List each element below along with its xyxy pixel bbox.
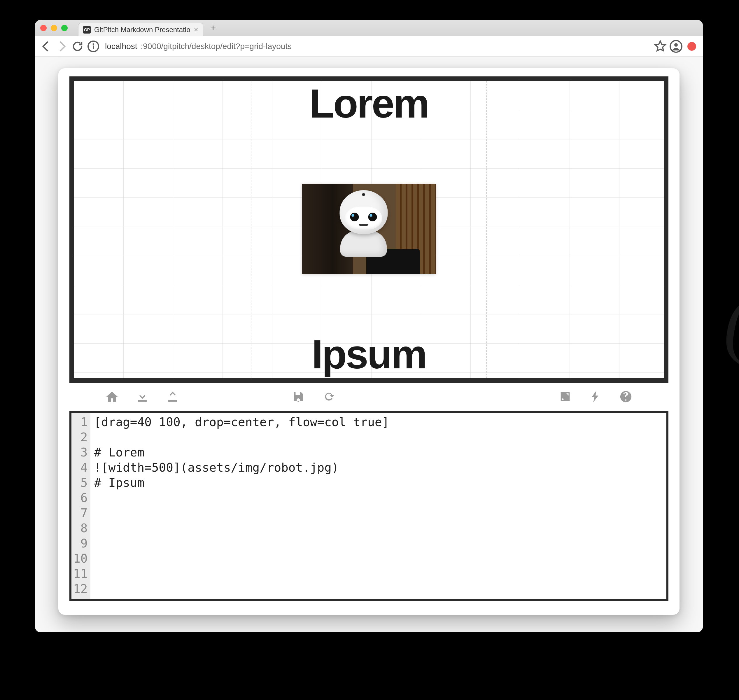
refresh-icon[interactable] (321, 389, 336, 404)
download-icon[interactable] (135, 389, 150, 404)
close-tab-icon[interactable]: × (194, 25, 198, 34)
browser-window: GP GitPitch Markdown Presentatio × + loc… (35, 20, 703, 632)
slide-preview[interactable]: Lorem (69, 76, 668, 383)
titlebar: GP GitPitch Markdown Presentatio × + (35, 20, 703, 36)
editor-gutter: 123456789101112 (72, 413, 90, 599)
tab-title: GitPitch Markdown Presentatio (94, 26, 190, 34)
profile-avatar-icon[interactable] (669, 40, 683, 53)
upload-icon[interactable] (165, 389, 180, 404)
slide-heading-bottom: Ipsum (312, 334, 426, 375)
url-host: localhost (105, 42, 137, 51)
help-icon[interactable] (618, 389, 633, 404)
browser-tab[interactable]: GP GitPitch Markdown Presentatio × (78, 23, 203, 36)
extension-red-dot[interactable] (685, 40, 699, 53)
bolt-icon[interactable] (588, 389, 603, 404)
back-button[interactable] (39, 40, 53, 53)
forward-button[interactable] (55, 40, 69, 53)
maximize-window-button[interactable] (61, 25, 68, 31)
tab-favicon: GP (83, 26, 91, 34)
app-card: Lorem (58, 68, 680, 615)
url-field[interactable]: localhost:9000/gitpitch/desktop/edit?p=g… (102, 42, 651, 51)
slide-drop-zone: Lorem (251, 81, 487, 378)
page-body: Lorem (35, 57, 703, 632)
svg-rect-2 (93, 46, 94, 49)
editor-code-area[interactable]: [drag=40 100, drop=center, flow=col true… (90, 413, 666, 599)
reload-button[interactable] (71, 40, 85, 53)
minimize-window-button[interactable] (51, 25, 57, 31)
svg-point-1 (93, 43, 94, 45)
new-tab-button[interactable]: + (210, 22, 216, 34)
url-path: :9000/gitpitch/desktop/edit?p=grid-layou… (141, 42, 292, 51)
site-info-icon[interactable] (86, 40, 100, 53)
slide-heading-top: Lorem (309, 83, 428, 124)
expand-icon[interactable] (558, 389, 573, 404)
address-bar: localhost:9000/gitpitch/desktop/edit?p=g… (35, 36, 703, 57)
window-controls (40, 25, 68, 31)
home-icon[interactable] (104, 389, 120, 404)
slide-image-robot (302, 184, 436, 274)
close-window-button[interactable] (40, 25, 47, 31)
editor-toolbar (69, 383, 668, 411)
svg-point-4 (674, 43, 678, 47)
code-editor[interactable]: 123456789101112 [drag=40 100, drop=cente… (69, 411, 668, 601)
save-icon[interactable] (291, 389, 306, 404)
star-bookmark-icon[interactable] (653, 40, 667, 53)
